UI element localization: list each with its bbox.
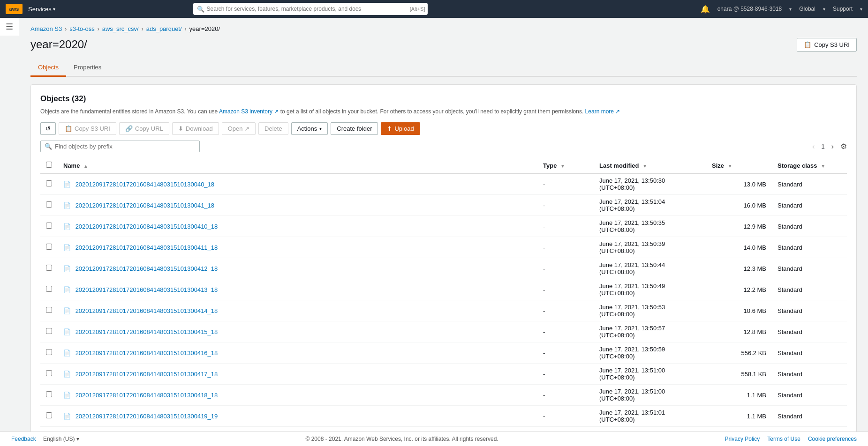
toolbar: ↺ 📋 Copy S3 URI 🔗 Copy URL ⬇ Download Op… (40, 122, 847, 135)
row-checkbox-1[interactable] (46, 201, 52, 208)
open-button[interactable]: Open ↗ (222, 122, 256, 135)
main-content: Amazon S3 › s3-to-oss › aws_src_csv/ › a… (19, 18, 868, 446)
table-row: 📄 20201209172810172016084148031510130041… (40, 364, 847, 385)
row-type-cell: - (537, 342, 594, 364)
breadcrumb-aws-src-csv[interactable]: aws_src_csv/ (102, 25, 139, 32)
row-checkbox-5[interactable] (46, 286, 52, 292)
row-modified-cell: June 17, 2021, 13:50:35 (UTC+08:00) (594, 216, 706, 237)
row-checkbox-2[interactable] (46, 223, 52, 229)
row-modified-cell: June 17, 2021, 13:50:49 (UTC+08:00) (594, 279, 706, 300)
row-checkbox-9[interactable] (46, 370, 52, 376)
row-modified-cell: June 17, 2021, 13:50:39 (UTC+08:00) (594, 237, 706, 258)
row-name-link-7[interactable]: 202012091728101720160841480315101300415_… (75, 328, 218, 335)
row-size-cell: 12.8 MB (706, 321, 772, 342)
row-name-link-2[interactable]: 202012091728101720160841480315101300410_… (75, 223, 218, 230)
row-checkbox-6[interactable] (46, 307, 52, 313)
col-header-storage[interactable]: Storage class ▼ (772, 158, 847, 173)
col-header-name[interactable]: Name ▲ (58, 158, 537, 173)
upload-button[interactable]: ⬆ Upload (381, 122, 420, 135)
row-name-link-6[interactable]: 202012091728101720160841480315101300414_… (75, 307, 218, 314)
refresh-button[interactable]: ↺ (40, 122, 56, 135)
row-modified-cell: June 17, 2021, 13:50:44 (UTC+08:00) (594, 258, 706, 279)
copy-s3-uri-button[interactable]: 📋 Copy S3 URI (797, 38, 857, 52)
table-row: 📄 20201209172810172016084148031510130041… (40, 342, 847, 364)
row-checkbox-cell (40, 216, 58, 237)
create-folder-button[interactable]: Create folder (331, 122, 378, 135)
feedback-link[interactable]: Feedback (11, 436, 36, 442)
support-label[interactable]: Support (833, 6, 853, 12)
user-account-label[interactable]: ohara @ 5528-8946-3018 (717, 6, 782, 12)
row-checkbox-0[interactable] (46, 180, 52, 186)
row-size-cell: 1.1 MB (706, 406, 772, 427)
row-name-link-10[interactable]: 202012091728101720160841480315101300418_… (75, 392, 218, 399)
col-header-type[interactable]: Type ▼ (537, 158, 594, 173)
global-search-input[interactable] (193, 3, 428, 15)
next-page-button[interactable]: › (829, 141, 837, 152)
row-checkbox-7[interactable] (46, 328, 52, 334)
row-name-cell: 📄 20201209172810172016084148031510130041… (58, 279, 537, 300)
row-name-cell: 📄 20201209172810172016084148031510130041… (58, 300, 537, 321)
privacy-policy-link[interactable]: Privacy Policy (725, 436, 760, 442)
row-name-link-3[interactable]: 202012091728101720160841480315101300411_… (75, 244, 218, 251)
actions-button[interactable]: Actions ▾ (291, 122, 328, 135)
terms-of-use-link[interactable]: Terms of Use (767, 436, 800, 442)
prefix-search-container: 🔍 (40, 141, 200, 152)
copy-s3-uri-toolbar-button[interactable]: 📋 Copy S3 URI (59, 122, 116, 135)
services-menu-button[interactable]: Services ▾ (28, 6, 55, 13)
breadcrumb-s3-to-oss[interactable]: s3-to-oss (69, 25, 94, 32)
prefix-search-input[interactable] (55, 143, 196, 150)
tab-properties[interactable]: Properties (66, 59, 109, 77)
col-header-size[interactable]: Size ▼ (706, 158, 772, 173)
row-name-link-9[interactable]: 202012091728101720160841480315101300417_… (75, 371, 218, 378)
row-storage-cell: Standard (772, 321, 847, 342)
breadcrumb-amazon-s3[interactable]: Amazon S3 (30, 25, 62, 32)
row-name-link-1[interactable]: 20201209172810172016084148031510130041_1… (75, 202, 214, 209)
row-name-link-4[interactable]: 202012091728101720160841480315101300412_… (75, 265, 218, 272)
row-checkbox-cell (40, 321, 58, 342)
language-selector[interactable]: English (US) ▾ (43, 436, 79, 442)
row-name-link-11[interactable]: 202012091728101720160841480315101300419_… (75, 413, 218, 420)
footer-left: Feedback English (US) ▾ (11, 436, 79, 442)
cookie-preferences-link[interactable]: Cookie preferences (808, 436, 857, 442)
row-checkbox-11[interactable] (46, 412, 52, 418)
region-label[interactable]: Global (799, 6, 815, 12)
row-checkbox-cell (40, 385, 58, 406)
row-name-link-5[interactable]: 202012091728101720160841480315101300413_… (75, 286, 218, 293)
file-icon: 📄 (63, 223, 71, 230)
global-search: 🔍 [Alt+S] (193, 3, 428, 15)
table-settings-button[interactable]: ⚙ (840, 142, 847, 151)
row-checkbox-8[interactable] (46, 349, 52, 355)
row-checkbox-10[interactable] (46, 391, 52, 397)
learn-more-link[interactable]: Learn more ↗ (585, 108, 620, 115)
row-name-cell: 📄 20201209172810172016084148031510130041… (58, 385, 537, 406)
row-name-cell: 📄 20201209172810172016084148031510130041… (58, 195, 537, 216)
breadcrumb-ads-parquet[interactable]: ads_parquet/ (146, 25, 182, 32)
table-row: 📄 20201209172810172016084148031510130040… (40, 173, 847, 195)
size-sort-icon: ▼ (728, 164, 732, 169)
tab-objects[interactable]: Objects (30, 59, 66, 77)
row-modified-cell: June 17, 2021, 13:51:01 (UTC+08:00) (594, 406, 706, 427)
copy-url-button[interactable]: 🔗 Copy URL (119, 122, 169, 135)
row-checkbox-cell (40, 258, 58, 279)
row-name-link-8[interactable]: 202012091728101720160841480315101300416_… (75, 349, 218, 357)
page-header: year=2020/ 📋 Copy S3 URI (30, 38, 857, 52)
row-storage-cell: Standard (772, 258, 847, 279)
row-storage-cell: Standard (772, 364, 847, 385)
objects-panel: Objects (32) Objects are the fundamental… (30, 84, 857, 446)
download-button[interactable]: ⬇ Download (172, 122, 219, 135)
prev-page-button[interactable]: ‹ (809, 141, 817, 152)
table-row: 📄 20201209172810172016084148031510130041… (40, 385, 847, 406)
row-size-cell: 12.9 MB (706, 216, 772, 237)
col-header-modified[interactable]: Last modified ▼ (594, 158, 706, 173)
row-storage-cell: Standard (772, 385, 847, 406)
delete-button[interactable]: Delete (258, 122, 288, 135)
select-all-checkbox[interactable] (46, 162, 52, 168)
row-checkbox-4[interactable] (46, 265, 52, 271)
copy-s3-uri-label: Copy S3 URI (814, 41, 850, 48)
row-storage-cell: Standard (772, 342, 847, 364)
sidebar-toggle-button[interactable]: ☰ (0, 18, 19, 36)
inventory-link[interactable]: Amazon S3 inventory ↗ (219, 108, 279, 115)
row-name-link-0[interactable]: 20201209172810172016084148031510130040_1… (75, 181, 214, 188)
row-checkbox-3[interactable] (46, 244, 52, 250)
notifications-bell-icon[interactable]: 🔔 (701, 5, 710, 14)
